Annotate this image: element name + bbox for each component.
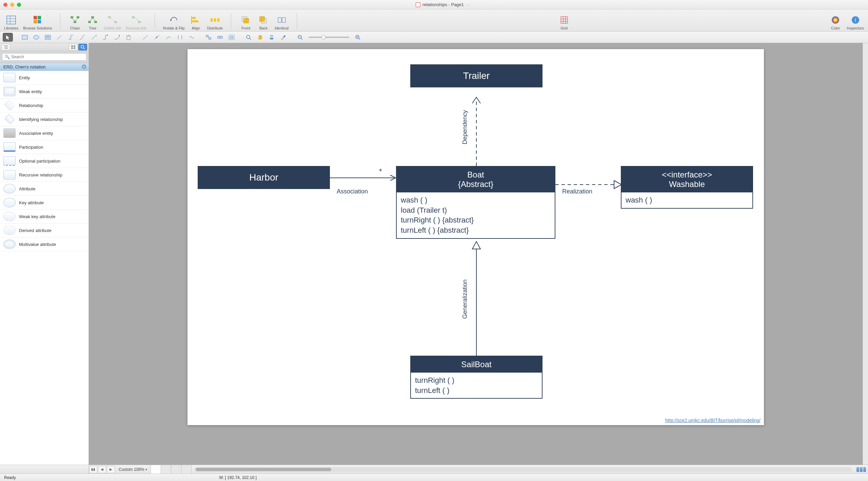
resize-handle-icon[interactable] — [854, 467, 868, 472]
uml-interface-stereo: <<interface>> — [624, 170, 750, 180]
page-tab-3[interactable] — [171, 465, 181, 474]
connector-2-tool[interactable] — [66, 33, 76, 42]
sidebar-search-button[interactable] — [78, 44, 87, 50]
derived-attribute-shape-icon — [3, 226, 16, 235]
uml-class-harbor[interactable]: Harbor — [198, 166, 330, 189]
group-1-tool[interactable] — [203, 33, 214, 42]
page-bar: ▮▮ ◀ ▶ Custom 108% ▾ — [0, 465, 868, 474]
zoom-in-button[interactable] — [353, 33, 363, 42]
connector-4-tool[interactable] — [89, 33, 99, 42]
page-tab-1[interactable] — [151, 465, 161, 474]
diagram-source-url[interactable]: http://sce2.umkc.edu/BIT/burrise/pl/mode… — [665, 418, 761, 423]
sidebar-item-associative-entity[interactable]: Associative entity — [0, 126, 88, 140]
svg-line-17 — [93, 18, 96, 21]
connector-5-tool[interactable] — [100, 33, 111, 42]
connector-1-tool[interactable] — [54, 33, 64, 42]
inspectors-button[interactable]: i Inspectors — [847, 15, 864, 30]
front-button[interactable]: Front — [239, 15, 252, 30]
pan-tool[interactable] — [255, 33, 265, 42]
rect-tool[interactable] — [20, 33, 30, 42]
sidebar-item-derived-attribute[interactable]: Derived attribute — [0, 224, 88, 237]
svg-rect-64 — [220, 36, 222, 38]
sidebar-item-recursive-relationship[interactable]: Recursive relationship — [0, 168, 88, 182]
ellipse-tool[interactable] — [31, 33, 41, 42]
sidebar-item-identifying-relationship[interactable]: Identifying relationship — [0, 112, 88, 126]
sidebar-item-attribute[interactable]: Attribute — [0, 182, 88, 196]
distribute-button[interactable]: Distribute — [207, 15, 223, 30]
sidebar-section-header[interactable]: ERD, Chen's notation × — [0, 63, 88, 71]
rotate-flip-button[interactable]: Rotate & Flip — [163, 15, 185, 30]
line-1-tool[interactable] — [140, 33, 151, 42]
svg-marker-92 — [472, 242, 480, 249]
line-4-tool[interactable] — [175, 33, 185, 42]
pagebar-pause-button[interactable]: ▮▮ — [89, 466, 97, 473]
close-icon[interactable] — [3, 3, 7, 7]
sidebar-search-input[interactable] — [2, 53, 86, 61]
tree-button[interactable]: Tree — [86, 15, 99, 30]
horizontal-scrollbar[interactable] — [194, 467, 852, 472]
vertical-scrollbar[interactable] — [863, 43, 868, 465]
browse-solutions-button[interactable]: Browse Solutions — [23, 15, 52, 30]
svg-rect-47 — [45, 35, 51, 39]
connector-3-tool[interactable] — [77, 33, 87, 42]
delete-shape-tool[interactable] — [123, 33, 134, 42]
zoom-slider[interactable] — [309, 37, 349, 38]
text-rect-tool[interactable] — [43, 33, 53, 42]
group-3-tool[interactable] — [226, 33, 237, 42]
chevron-down-icon[interactable]: ⌄ — [467, 3, 470, 6]
zoom-out-button[interactable] — [295, 33, 305, 42]
page-tab-2[interactable] — [161, 465, 171, 474]
uml-interface-washable[interactable]: <<interface>> Washable wash ( ) — [621, 166, 753, 209]
back-icon — [258, 15, 269, 25]
pagebar-zoom[interactable]: Custom 108% ▾ — [115, 465, 151, 474]
uml-class-sailboat[interactable]: SailBoat turnRight ( ) turnLeft ( ) — [410, 356, 542, 399]
line-3-tool[interactable] — [163, 33, 174, 42]
weak-key-attribute-shape-icon — [3, 212, 16, 221]
pointer-tool[interactable] — [3, 33, 13, 42]
sidebar-item-relationship[interactable]: Relationship — [0, 99, 88, 112]
page-tab-4[interactable] — [181, 465, 192, 474]
diagram-canvas[interactable]: Trailer Harbor Boat {Abstract} wash ( ) … — [188, 49, 764, 425]
chain-button[interactable]: Chain — [68, 15, 81, 30]
align-button[interactable]: Align — [190, 15, 202, 30]
grid-button[interactable]: Grid — [558, 15, 571, 30]
line-5-tool[interactable] — [186, 33, 197, 42]
libraries-button[interactable]: Libraries — [4, 15, 18, 30]
pagebar-next-button[interactable]: ▶ — [107, 466, 115, 473]
close-icon[interactable]: × — [82, 64, 86, 69]
uml-class-boat[interactable]: Boat {Abstract} wash ( ) load (Trailer t… — [396, 166, 555, 239]
sidebar-item-multivalue-attribute[interactable]: Multivalue attribute — [0, 237, 88, 251]
maximize-icon[interactable] — [17, 3, 21, 7]
sidebar-item-key-attribute[interactable]: Key attribute — [0, 196, 88, 210]
sidebar-item-weak-key-attribute[interactable]: Weak key attribute — [0, 210, 88, 224]
svg-rect-10 — [74, 21, 76, 23]
back-button[interactable]: Back — [257, 15, 270, 30]
minimize-icon[interactable] — [10, 3, 14, 7]
sidebar-item-optional-participation[interactable]: Optional participation — [0, 154, 88, 168]
sidebar-outline-button[interactable] — [1, 44, 10, 50]
identical-button[interactable]: Identical — [275, 15, 289, 30]
zoom-slider-thumb[interactable] — [321, 35, 326, 39]
zoom-tool[interactable] — [243, 33, 254, 42]
sidebar-item-weak-entity[interactable]: Weak entity — [0, 85, 88, 99]
uml-class-trailer[interactable]: Trailer — [410, 64, 542, 87]
svg-marker-90 — [614, 181, 622, 189]
group-2-tool[interactable] — [215, 33, 225, 42]
page-tabs — [151, 465, 192, 474]
sidebar-item-entity[interactable]: Entity — [0, 71, 88, 85]
svg-line-12 — [75, 18, 78, 21]
svg-point-57 — [156, 37, 157, 38]
sidebar: 🔍 ERD, Chen's notation × Entity Weak ent… — [0, 43, 89, 465]
canvas-scroll[interactable]: Trailer Harbor Boat {Abstract} wash ( ) … — [89, 43, 863, 465]
pagebar-prev-button[interactable]: ◀ — [98, 466, 106, 473]
sidebar-item-participation[interactable]: Participation — [0, 140, 88, 154]
sidebar-grid-button[interactable] — [69, 44, 78, 50]
eyedropper-tool[interactable] — [278, 33, 288, 42]
scrollbar-thumb[interactable] — [196, 468, 331, 471]
line-2-tool[interactable] — [152, 33, 162, 42]
stamp-tool[interactable] — [267, 33, 277, 42]
uml-trailer-title: Trailer — [411, 65, 542, 87]
grid-icon — [559, 15, 570, 25]
connector-6-tool[interactable] — [112, 33, 122, 42]
color-button[interactable]: Color — [829, 15, 842, 30]
